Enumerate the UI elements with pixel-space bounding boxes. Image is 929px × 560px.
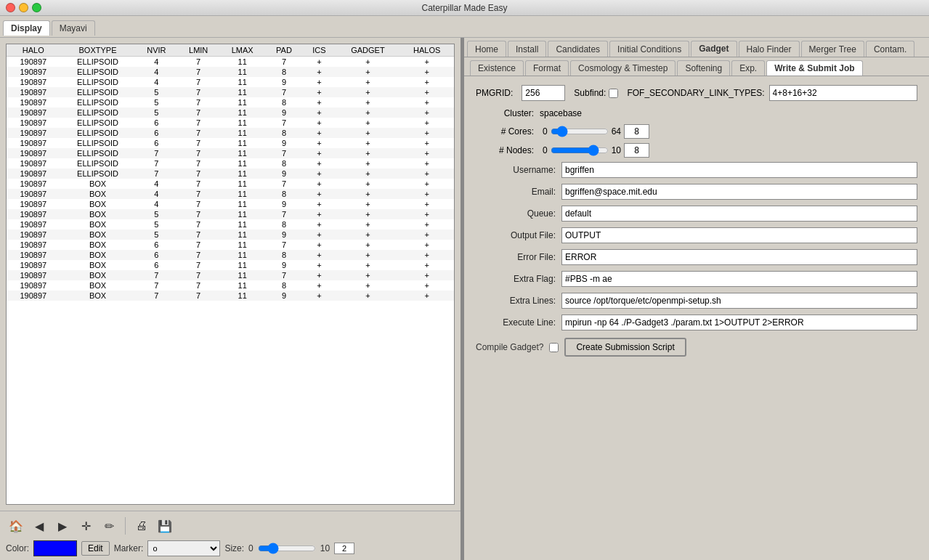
table-cell: 5 <box>136 97 178 107</box>
table-cell: + <box>336 158 399 169</box>
tab-candidates[interactable]: Candidates <box>548 41 608 57</box>
home-icon[interactable]: 🏠 <box>6 516 26 536</box>
tab-mayavi[interactable]: Mayavi <box>52 20 95 36</box>
error-file-input[interactable] <box>561 249 917 265</box>
tab-halo-finder[interactable]: Halo Finder <box>739 41 800 57</box>
table-cell: 11 <box>219 97 265 107</box>
table-cell: 5 <box>136 209 178 219</box>
tab-merger-tree[interactable]: Merger Tree <box>801 41 864 57</box>
table-cell: 7 <box>177 270 219 280</box>
cluster-value: spacebase <box>540 108 582 118</box>
close-button[interactable] <box>6 3 15 12</box>
extra-lines-input[interactable] <box>561 293 917 309</box>
color-edit-button[interactable]: Edit <box>81 541 110 556</box>
table-cell: + <box>336 199 399 209</box>
email-input[interactable] <box>561 184 917 200</box>
cores-input[interactable] <box>624 124 649 139</box>
table-cell: 11 <box>219 280 265 291</box>
queue-row: Queue: <box>476 206 917 222</box>
table-cell: 190897 <box>7 280 60 291</box>
execute-line-label: Execute Line: <box>476 317 556 328</box>
table-cell: ELLIPSOID <box>60 107 136 118</box>
pmgrid-input[interactable] <box>522 85 565 101</box>
subfind-checkbox[interactable] <box>609 89 618 98</box>
edit-icon[interactable]: ✏ <box>99 516 119 536</box>
table-cell: ELLIPSOID <box>60 97 136 107</box>
nodes-slider[interactable] <box>551 145 609 155</box>
table-cell: 5 <box>136 219 178 230</box>
table-cell: BOX <box>60 219 136 230</box>
tab-initial-conditions[interactable]: Initial Conditions <box>609 41 689 57</box>
table-cell: 190897 <box>7 179 60 189</box>
table-cell: + <box>302 128 336 138</box>
data-table: HALOBOXTYPENVIRLMINLMAXPADICSGADGETHALOS… <box>7 44 454 301</box>
size-slider[interactable] <box>258 543 316 553</box>
table-cell: + <box>336 67 399 77</box>
save-icon[interactable]: 💾 <box>155 516 175 536</box>
tab-contam[interactable]: Contam. <box>866 41 914 57</box>
table-cell: BOX <box>60 230 136 240</box>
tab-home[interactable]: Home <box>467 41 506 57</box>
tab-display[interactable]: Display <box>3 20 50 36</box>
table-cell: ELLIPSOID <box>60 158 136 169</box>
minimize-button[interactable] <box>19 3 28 12</box>
subtab-write-submit[interactable]: Write & Submit Job <box>766 60 862 76</box>
table-cell: 7 <box>177 250 219 260</box>
cores-slider[interactable] <box>551 126 609 137</box>
queue-input[interactable] <box>561 206 917 222</box>
output-file-input[interactable] <box>561 227 917 243</box>
table-cell: + <box>336 250 399 260</box>
table-cell: 4 <box>136 179 178 189</box>
table-cell: + <box>336 57 399 68</box>
execute-line-input[interactable] <box>561 315 917 330</box>
subtab-cosmology-timestep[interactable]: Cosmology & Timestep <box>570 60 676 76</box>
table-cell: 190897 <box>7 219 60 230</box>
column-header-ics: ICS <box>302 44 336 57</box>
table-cell: 190897 <box>7 128 60 138</box>
table-row: 190897BOX47119+++ <box>7 199 454 209</box>
table-cell: 9 <box>265 260 302 270</box>
create-submission-button[interactable]: Create Submission Script <box>564 338 686 357</box>
size-input[interactable] <box>334 543 354 554</box>
subtab-existence[interactable]: Existence <box>470 60 524 76</box>
table-cell: + <box>400 138 455 148</box>
table-cell: 11 <box>219 291 265 301</box>
username-input[interactable] <box>561 162 917 178</box>
table-cell: BOX <box>60 280 136 291</box>
subtab-format[interactable]: Format <box>525 60 569 76</box>
username-label: Username: <box>476 165 556 175</box>
fof-input[interactable] <box>769 85 917 101</box>
maximize-button[interactable] <box>32 3 41 12</box>
table-cell: + <box>336 128 399 138</box>
extra-flag-input[interactable] <box>561 271 917 287</box>
table-cell: + <box>400 158 455 169</box>
table-cell: 8 <box>265 189 302 199</box>
nodes-input[interactable] <box>624 143 649 158</box>
color-picker-box[interactable] <box>33 540 77 556</box>
table-cell: + <box>400 230 455 240</box>
compile-gadget-checkbox[interactable] <box>549 343 559 352</box>
marker-select[interactable]: o <box>147 540 220 556</box>
table-cell: 7 <box>177 67 219 77</box>
move-icon[interactable]: ✛ <box>76 516 96 536</box>
tab-gadget[interactable]: Gadget <box>691 41 737 57</box>
data-table-container[interactable]: HALOBOXTYPENVIRLMINLMAXPADICSGADGETHALOS… <box>6 44 455 505</box>
table-cell: 9 <box>265 107 302 118</box>
email-label: Email: <box>476 187 556 197</box>
table-cell: 11 <box>219 87 265 97</box>
subtab-softening[interactable]: Softening <box>677 60 730 76</box>
subtab-exp[interactable]: Exp. <box>731 60 765 76</box>
table-row: 190897BOX77119+++ <box>7 291 454 301</box>
subfind-label: Subfind: <box>574 88 606 98</box>
print-icon[interactable]: 🖨 <box>131 516 152 536</box>
table-cell: + <box>400 199 455 209</box>
table-row: 190897ELLIPSOID77118+++ <box>7 158 454 169</box>
table-cell: 11 <box>219 169 265 179</box>
tab-install[interactable]: Install <box>508 41 546 57</box>
output-file-label: Output File: <box>476 230 556 240</box>
table-cell: 11 <box>219 57 265 68</box>
forward-icon[interactable]: ▶ <box>52 516 73 536</box>
table-cell: 9 <box>265 199 302 209</box>
back-icon[interactable]: ◀ <box>29 516 49 536</box>
table-cell: 6 <box>136 118 178 128</box>
